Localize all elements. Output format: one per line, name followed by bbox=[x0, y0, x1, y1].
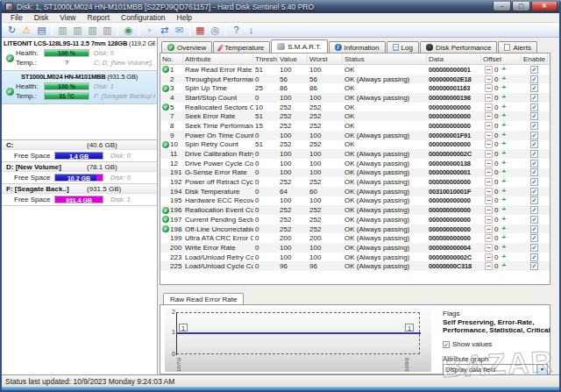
column-header-value[interactable]: Value bbox=[278, 53, 308, 65]
menu-view[interactable]: View bbox=[54, 13, 81, 22]
refresh-icon[interactable]: ↻ bbox=[4, 24, 19, 37]
enable-checkbox[interactable]: ✓ bbox=[530, 84, 538, 92]
offset-decrease-button[interactable]: − bbox=[485, 188, 493, 196]
enable-checkbox[interactable]: ✓ bbox=[530, 112, 538, 120]
offset-decrease-button[interactable]: − bbox=[485, 225, 493, 233]
offset-decrease-button[interactable]: − bbox=[485, 75, 493, 83]
offset-decrease-button[interactable]: − bbox=[485, 94, 493, 102]
offset-increase-button[interactable]: + bbox=[500, 168, 508, 176]
offset-decrease-button[interactable]: − bbox=[485, 122, 493, 130]
menu-disk[interactable]: Disk bbox=[29, 13, 54, 22]
offset-increase-button[interactable]: + bbox=[500, 66, 508, 74]
smart-attribute-row[interactable]: ✓1Raw Read Error Rate51100100OK000000000… bbox=[160, 65, 550, 75]
offset-increase-button[interactable]: + bbox=[500, 234, 508, 242]
menu-file[interactable]: File bbox=[5, 13, 28, 22]
sync-icon[interactable]: ⇄ bbox=[157, 24, 172, 37]
smart-attribute-row[interactable]: 194Disk Temperature06460OK (Always passi… bbox=[160, 187, 550, 196]
column-header-attribute[interactable]: Attribute bbox=[183, 53, 253, 65]
offset-increase-button[interactable]: + bbox=[500, 160, 508, 167]
warning-icon[interactable]: ⚠ bbox=[19, 24, 34, 37]
tab-s-m-a-r-t[interactable]: S.M.A.R.T. bbox=[271, 39, 327, 53]
smart-attribute-row[interactable]: 195Hardware ECC Recovered0100100OK (Alwa… bbox=[160, 196, 550, 206]
offset-decrease-button[interactable]: − bbox=[485, 262, 493, 270]
drive-item-c[interactable]: C:(40.6 GB)Free Space1.4 GBDisk: 0 bbox=[2, 140, 157, 162]
disk-surface-test-icon[interactable]: ▥ bbox=[85, 24, 100, 37]
device-item-st1000lm024[interactable]: ST1000LM024 HN-M101MBB (931.5 GB)✓Health… bbox=[2, 71, 157, 104]
drive-item-d-new-volume[interactable]: D: [New Volume](78.1 GB)Free Space10.2 G… bbox=[2, 162, 157, 184]
enable-checkbox[interactable]: ✓ bbox=[530, 160, 538, 167]
column-header-no[interactable]: No. bbox=[160, 53, 183, 65]
offset-increase-button[interactable]: + bbox=[500, 112, 508, 120]
offset-increase-button[interactable]: + bbox=[500, 140, 508, 148]
enable-checkbox[interactable]: ✓ bbox=[530, 188, 538, 196]
offset-decrease-button[interactable]: − bbox=[485, 244, 493, 252]
tab-temperature[interactable]: Temperature bbox=[213, 41, 270, 53]
offset-increase-button[interactable]: + bbox=[500, 103, 508, 111]
panel-icon[interactable]: ▫ bbox=[142, 24, 157, 37]
tab-information[interactable]: iInformation bbox=[329, 41, 386, 53]
enable-checkbox[interactable]: ✓ bbox=[530, 262, 538, 270]
smart-attribute-row[interactable]: ✓198Off-Line Uncorrectable ...0252252OK … bbox=[160, 225, 550, 234]
smart-attribute-row[interactable]: 199Ultra ATA CRC Error Co...0200200OK (A… bbox=[160, 233, 550, 243]
mute-icon[interactable]: ◎ bbox=[208, 24, 223, 37]
tab-alerts[interactable]: Alerts bbox=[498, 41, 536, 53]
enable-checkbox[interactable]: ✓ bbox=[530, 122, 538, 130]
enable-checkbox[interactable]: ✓ bbox=[530, 150, 538, 158]
enable-checkbox[interactable]: ✓ bbox=[530, 168, 538, 176]
smart-attribute-row[interactable]: 192Power off Retract Cycle ...0252252OK … bbox=[160, 177, 550, 187]
offset-increase-button[interactable]: + bbox=[500, 262, 508, 270]
offset-increase-button[interactable]: + bbox=[500, 225, 508, 233]
close-button[interactable]: ✕ bbox=[531, 2, 557, 11]
offset-decrease-button[interactable]: − bbox=[485, 66, 493, 74]
smart-attribute-row[interactable]: 11Drive Calibration Retry ...0100100OK (… bbox=[160, 149, 550, 159]
smart-attribute-row[interactable]: 9Power On Time Count0100100OK (Always pa… bbox=[160, 131, 550, 140]
smart-attribute-row[interactable]: 223Load/Unload Retry Cou...0100100OK (Al… bbox=[160, 253, 550, 262]
show-values-checkbox[interactable]: ✓ bbox=[443, 341, 450, 348]
menu-help[interactable]: Help bbox=[172, 13, 197, 22]
attribute-graph-select[interactable]: Display data field ▾ bbox=[443, 364, 548, 375]
column-header-worst[interactable]: Worst bbox=[308, 53, 343, 65]
offset-decrease-button[interactable]: − bbox=[485, 178, 493, 186]
smart-attribute-row[interactable]: 2Throughput Performance05656OK (Always p… bbox=[160, 75, 550, 84]
smart-attribute-row[interactable]: 200Write Error Rate0100100OK (Always pas… bbox=[160, 243, 550, 253]
offset-increase-button[interactable]: + bbox=[500, 253, 508, 261]
enable-checkbox[interactable]: ✓ bbox=[530, 253, 538, 261]
offset-increase-button[interactable]: + bbox=[500, 244, 508, 252]
offset-increase-button[interactable]: + bbox=[500, 94, 508, 102]
enable-checkbox[interactable]: ✓ bbox=[530, 103, 538, 111]
message-icon[interactable]: ✉ bbox=[172, 24, 187, 37]
offset-increase-button[interactable]: + bbox=[500, 196, 508, 204]
offset-increase-button[interactable]: + bbox=[500, 216, 508, 224]
offset-decrease-button[interactable]: − bbox=[485, 196, 493, 204]
menu-configuration[interactable]: Configuration bbox=[116, 13, 171, 22]
smart-attribute-row[interactable]: ✓10Spin Retry Count51252252OK00000000000… bbox=[160, 140, 550, 150]
smart-attribute-row[interactable]: ✓196Reallocation Event Count0252252OK (A… bbox=[160, 205, 550, 215]
info-download-icon[interactable]: ↓ bbox=[244, 24, 259, 37]
offset-decrease-button[interactable]: − bbox=[485, 112, 493, 120]
graph-tab[interactable]: Raw Read Error Rate bbox=[163, 293, 244, 304]
offset-increase-button[interactable]: + bbox=[500, 122, 508, 130]
disk-short-test-icon[interactable]: ▥ bbox=[55, 24, 70, 37]
offset-decrease-button[interactable]: − bbox=[485, 132, 493, 139]
tab-log[interactable]: Log bbox=[387, 41, 419, 53]
minimize-button[interactable]: – bbox=[493, 2, 511, 11]
maximize-button[interactable]: ▢ bbox=[512, 2, 530, 11]
offset-decrease-button[interactable]: − bbox=[485, 160, 493, 167]
column-header-enable[interactable]: Enable bbox=[522, 53, 548, 65]
smart-attribute-row[interactable]: 191G-Sense Error Rate0100100OK (Always p… bbox=[160, 168, 550, 178]
enable-checkbox[interactable]: ✓ bbox=[530, 234, 538, 242]
smart-attribute-row[interactable]: 7Seek Error Rate51252252OK000000000000−0… bbox=[160, 111, 550, 121]
smart-attribute-row[interactable]: ✓3Spin Up Time258686OK000000001163−0+✓ bbox=[160, 83, 550, 93]
enable-checkbox[interactable]: ✓ bbox=[530, 140, 538, 148]
enable-checkbox[interactable]: ✓ bbox=[530, 94, 538, 102]
disk-repair-icon[interactable]: ▥ bbox=[100, 24, 115, 37]
disk-extended-test-icon[interactable]: ▥ bbox=[70, 24, 85, 37]
offset-decrease-button[interactable]: − bbox=[485, 168, 493, 176]
offset-decrease-button[interactable]: − bbox=[485, 234, 493, 242]
enable-checkbox[interactable]: ✓ bbox=[530, 206, 538, 214]
tab-disk-performance[interactable]: Disk Performance bbox=[420, 41, 498, 53]
offset-increase-button[interactable]: + bbox=[500, 75, 508, 83]
device-item-liteonit[interactable]: LITEONIT LCS-128L9S-11 2.5 7mm 128GB (11… bbox=[2, 38, 157, 71]
offset-increase-button[interactable]: + bbox=[500, 150, 508, 158]
smart-attribute-row[interactable]: 225Load/Unload Cycle Cou...09696OK (Alwa… bbox=[160, 261, 550, 271]
